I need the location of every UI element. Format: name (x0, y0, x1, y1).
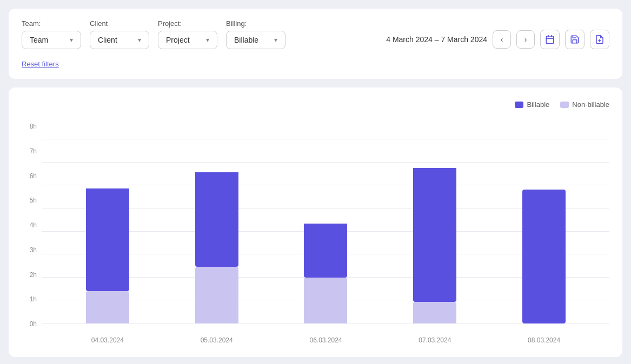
y-label-6: 6h (22, 172, 37, 180)
chart-panel: Billable Non-billable 0h 1h 2h 3h 4h 5h … (9, 87, 622, 357)
date-navigation: 4 March 2024 – 7 March 2024 ‹ › (386, 30, 609, 49)
bar-nonbillable-1 (195, 267, 238, 323)
client-select[interactable]: Client ▾ (90, 31, 149, 49)
nonbillable-legend-item: Non-billable (560, 100, 609, 109)
bar-billable-3 (413, 168, 456, 302)
filter-panel: Team: Team ▾ Client Client ▾ Project: Pr… (9, 9, 622, 79)
x-label-3: 07.03.2024 (413, 336, 456, 344)
project-label: Project: (158, 19, 217, 28)
billing-filter-group: Billing: Billable ▾ (226, 19, 285, 49)
bar-stack-3 (413, 168, 456, 323)
bar-stack-0 (86, 188, 129, 323)
chart-legend: Billable Non-billable (22, 100, 609, 109)
x-label-4: 08.03.2024 (522, 336, 566, 344)
billing-select-value: Billable (234, 36, 258, 44)
nonbillable-legend-dot (560, 102, 569, 108)
team-select-value: Team (30, 36, 48, 44)
team-label: Team: (22, 19, 81, 28)
team-filter-group: Team: Team ▾ (22, 19, 81, 49)
bar-group-3 (413, 168, 456, 323)
date-range-label: 4 March 2024 – 7 March 2024 (386, 35, 487, 44)
billing-label: Billing: (226, 19, 285, 28)
project-chevron-icon: ▾ (206, 36, 209, 44)
x-labels: 04.03.202405.03.202406.03.202407.03.2024… (42, 336, 609, 344)
y-label-8: 8h (22, 123, 37, 130)
client-chevron-icon: ▾ (138, 36, 141, 44)
client-label: Client (90, 19, 149, 28)
project-filter-group: Project: Project ▾ (158, 19, 217, 49)
billing-select[interactable]: Billable ▾ (226, 31, 285, 49)
filter-bottom-row: Reset filters (22, 58, 609, 68)
export-icon-button[interactable] (590, 30, 609, 49)
y-label-5: 5h (22, 197, 37, 204)
project-select[interactable]: Project ▾ (158, 31, 217, 49)
bar-group-0 (86, 188, 129, 323)
billable-legend-dot (515, 102, 523, 108)
bar-nonbillable-2 (304, 278, 347, 323)
y-label-2: 2h (22, 271, 37, 279)
save-icon-button[interactable] (565, 30, 584, 49)
team-select[interactable]: Team ▾ (22, 31, 81, 49)
next-period-button[interactable]: › (516, 30, 535, 49)
y-label-3: 3h (22, 246, 37, 254)
x-label-0: 04.03.2024 (86, 336, 129, 344)
y-axis: 0h 1h 2h 3h 4h 5h 6h 7h 8h (22, 123, 37, 328)
y-label-1: 1h (22, 295, 37, 303)
y-label-4: 4h (22, 221, 37, 229)
svg-rect-0 (546, 36, 554, 44)
bar-stack-2 (304, 224, 347, 323)
billing-chevron-icon: ▾ (274, 36, 277, 44)
chart-content: 04.03.202405.03.202406.03.202407.03.2024… (42, 133, 609, 344)
bar-nonbillable-0 (86, 291, 129, 323)
bar-nonbillable-3 (413, 302, 456, 323)
bar-billable-4 (522, 190, 566, 323)
bar-group-2 (304, 224, 347, 323)
nonbillable-legend-label: Non-billable (572, 100, 609, 109)
prev-period-button[interactable]: ‹ (493, 30, 511, 49)
bar-stack-1 (195, 172, 238, 323)
calendar-icon-button[interactable] (540, 30, 560, 49)
client-select-value: Client (98, 36, 117, 44)
bar-billable-1 (195, 172, 238, 267)
chart-area: 0h 1h 2h 3h 4h 5h 6h 7h 8h (22, 117, 609, 344)
y-label-7: 7h (22, 147, 37, 155)
client-filter-group: Client Client ▾ (90, 19, 149, 49)
team-chevron-icon: ▾ (70, 36, 73, 44)
y-label-0: 0h (22, 320, 37, 328)
billable-legend-label: Billable (527, 100, 549, 109)
project-select-value: Project (166, 36, 190, 44)
bar-group-4 (522, 190, 566, 323)
bar-billable-2 (304, 224, 347, 278)
x-label-1: 05.03.2024 (195, 336, 238, 344)
bars-row (42, 139, 609, 323)
billable-legend-item: Billable (515, 100, 549, 109)
reset-filters-button[interactable]: Reset filters (22, 60, 59, 68)
bar-group-1 (195, 172, 238, 323)
x-label-2: 06.03.2024 (304, 336, 347, 344)
bar-billable-0 (86, 188, 129, 291)
bar-stack-4 (522, 190, 566, 323)
